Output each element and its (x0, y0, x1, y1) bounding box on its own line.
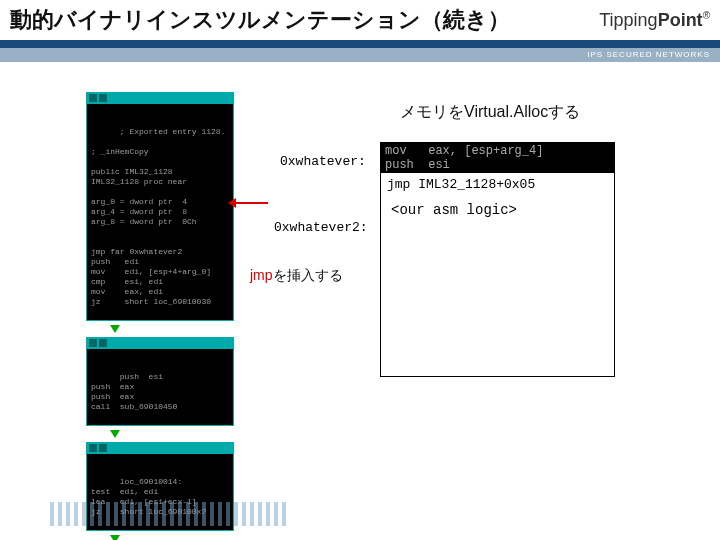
ida-column: ; Exported entry 1128. ; _inHemCopy publ… (86, 92, 234, 540)
window-icon (89, 339, 97, 347)
valloc-label: メモリをVirtual.Allocする (400, 102, 580, 123)
ida-titlebar (87, 337, 233, 349)
logo-bold: Point (658, 10, 703, 30)
ida-code-2: push esi push eax push eax call sub_6901… (91, 372, 177, 411)
logo-light: Tipping (599, 10, 657, 30)
jmp-insert-label: jmpを挿入する (250, 267, 343, 285)
footer-dots-decoration (50, 502, 290, 526)
page-title: 動的バイナリインスツルメンテーション（続き） (10, 5, 599, 35)
addr-label-2: 0xwhatever2: (274, 220, 368, 235)
flow-arrow-icon (110, 535, 120, 540)
ida-titlebar (87, 92, 233, 104)
jmp-arrow-icon (236, 202, 268, 204)
ida-code-1: ; Exported entry 1128. ; _inHemCopy publ… (91, 127, 225, 306)
window-icon (99, 94, 107, 102)
mem-line-2: push esi (385, 158, 450, 172)
logo-reg: ® (703, 10, 710, 21)
sub-bar: IPS SECURED NETWORKS (0, 48, 720, 62)
memory-box: mov eax, [esp+arg_4] push esi jmp IML32_… (380, 142, 615, 377)
flow-arrow-icon (110, 430, 120, 438)
jmp-suffix: を挿入する (273, 267, 343, 283)
our-logic-line: <our asm logic> (381, 196, 614, 224)
flow-arrow-icon (110, 325, 120, 333)
memory-head: mov eax, [esp+arg_4] push esi (381, 143, 614, 173)
ida-block-1: ; Exported entry 1128. ; _inHemCopy publ… (86, 92, 234, 321)
addr-label-1: 0xwhatever: (280, 154, 366, 169)
ida-titlebar (87, 442, 233, 454)
window-icon (89, 94, 97, 102)
window-icon (99, 339, 107, 347)
diagram-stage: ; Exported entry 1128. ; _inHemCopy publ… (0, 62, 720, 532)
jmp-red: jmp (250, 267, 273, 283)
ida-block-2: push esi push eax push eax call sub_6901… (86, 337, 234, 426)
jmp-line: jmp IML32_1128+0x05 (381, 173, 614, 196)
brand-logo: TippingPoint® (599, 10, 710, 31)
window-icon (99, 444, 107, 452)
mem-line-1: mov eax, [esp+arg_4] (385, 144, 543, 158)
window-icon (89, 444, 97, 452)
